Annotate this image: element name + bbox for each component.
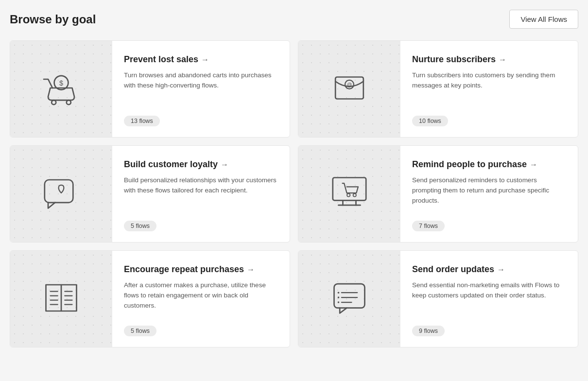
flow-badge-build-customer-loyalty: 5 flows xyxy=(124,221,156,231)
card-description-prevent-lost-sales: Turn browses and abandoned carts into pu… xyxy=(124,70,278,91)
card-content-build-customer-loyalty: Build customer loyalty → Build personali… xyxy=(112,146,290,242)
card-content-prevent-lost-sales: Prevent lost sales → Turn browses and ab… xyxy=(112,41,290,137)
card-icon-area-prevent-lost-sales: $ xyxy=(10,41,112,137)
svg-point-2 xyxy=(52,100,56,104)
card-icon-area-build-customer-loyalty xyxy=(10,146,112,242)
arrow-icon: → xyxy=(497,265,505,274)
heart-chat-icon xyxy=(39,171,83,217)
card-icon-area-remind-people-to-purchase xyxy=(298,146,400,242)
card-icon-area-encourage-repeat-purchases xyxy=(10,251,112,347)
flow-badge-nurture-subscribers: 10 flows xyxy=(412,116,448,126)
card-title-encourage-repeat-purchases[interactable]: Encourage repeat purchases → xyxy=(124,264,278,275)
svg-point-14 xyxy=(338,301,340,303)
flow-badge-prevent-lost-sales: 13 flows xyxy=(124,116,160,126)
svg-rect-8 xyxy=(333,178,366,201)
arrow-icon: → xyxy=(201,55,209,64)
card-remind-people-to-purchase[interactable]: Remind people to purchase → Send persona… xyxy=(298,145,578,242)
card-send-order-updates[interactable]: Send order updates → Send essential non-… xyxy=(298,250,578,347)
svg-text:@: @ xyxy=(347,82,352,87)
flow-badge-remind-people-to-purchase: 7 flows xyxy=(412,221,445,231)
flow-badge-encourage-repeat-purchases: 5 flows xyxy=(124,326,156,336)
card-nurture-subscribers[interactable]: @ Nurture subscribers → Turn subscribers… xyxy=(298,40,578,138)
arrow-icon: → xyxy=(530,160,537,169)
card-encourage-repeat-purchases[interactable]: Encourage repeat purchases → After a cus… xyxy=(10,250,290,347)
email-icon: @ xyxy=(328,66,371,112)
card-description-send-order-updates: Send essential non-marketing emails with… xyxy=(412,280,566,301)
card-description-encourage-repeat-purchases: After a customer makes a purchase, utili… xyxy=(124,280,278,311)
svg-rect-11 xyxy=(334,284,365,308)
cart-icon: $ xyxy=(39,66,83,112)
flow-badge-send-order-updates: 9 flows xyxy=(412,326,445,336)
arrow-icon: → xyxy=(247,265,255,274)
card-title-remind-people-to-purchase[interactable]: Remind people to purchase → xyxy=(412,159,566,170)
cards-grid: $ Prevent lost sales → Turn browses and … xyxy=(10,40,578,347)
svg-point-10 xyxy=(353,193,356,196)
svg-point-13 xyxy=(338,296,340,298)
card-description-remind-people-to-purchase: Send personalized reminders to customers… xyxy=(412,175,566,206)
card-content-send-order-updates: Send order updates → Send essential non-… xyxy=(400,251,578,347)
card-content-remind-people-to-purchase: Remind people to purchase → Send persona… xyxy=(400,146,578,242)
card-content-nurture-subscribers: Nurture subscribers → Turn subscribers i… xyxy=(400,41,578,137)
card-prevent-lost-sales[interactable]: $ Prevent lost sales → Turn browses and … xyxy=(10,40,290,138)
card-content-encourage-repeat-purchases: Encourage repeat purchases → After a cus… xyxy=(112,251,290,347)
card-title-prevent-lost-sales[interactable]: Prevent lost sales → xyxy=(124,54,278,65)
card-icon-area-send-order-updates xyxy=(298,251,400,347)
book-icon xyxy=(39,276,83,322)
card-icon-area-nurture-subscribers: @ xyxy=(298,41,400,137)
svg-text:$: $ xyxy=(59,79,63,87)
svg-point-9 xyxy=(347,193,350,196)
monitor-cart-icon xyxy=(328,171,371,217)
card-title-send-order-updates[interactable]: Send order updates → xyxy=(412,264,566,275)
arrow-icon: → xyxy=(221,160,228,169)
view-all-flows-button[interactable]: View All Flows xyxy=(509,10,578,29)
chat-list-icon xyxy=(328,276,371,322)
card-description-build-customer-loyalty: Build personalized relationships with yo… xyxy=(124,175,278,196)
svg-point-12 xyxy=(338,292,340,294)
svg-rect-7 xyxy=(45,180,73,203)
page-title: Browse by goal xyxy=(10,13,96,26)
card-description-nurture-subscribers: Turn subscribers into customers by sendi… xyxy=(412,70,566,91)
card-title-nurture-subscribers[interactable]: Nurture subscribers → xyxy=(412,54,566,65)
card-title-build-customer-loyalty[interactable]: Build customer loyalty → xyxy=(124,159,278,170)
arrow-icon: → xyxy=(499,55,506,64)
svg-point-3 xyxy=(67,100,71,104)
card-build-customer-loyalty[interactable]: Build customer loyalty → Build personali… xyxy=(10,145,290,242)
